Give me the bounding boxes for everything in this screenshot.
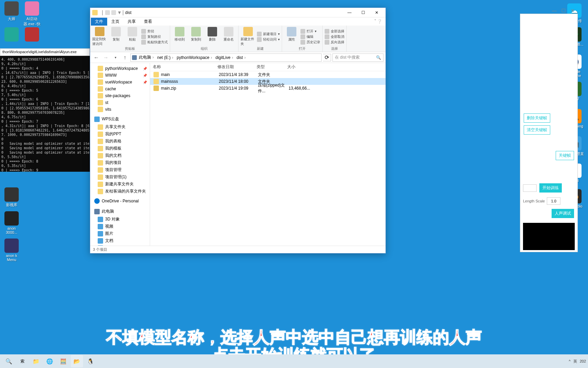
sidebar-item[interactable]: pythonWorkspace📌 bbox=[90, 65, 150, 72]
table-row[interactable]: main2023/11/4 18:39文件夹 bbox=[150, 71, 386, 78]
tab-share[interactable]: 共享 bbox=[124, 18, 140, 26]
sidebar-item[interactable]: 视频 bbox=[90, 223, 150, 230]
col-date[interactable]: 修改日期 bbox=[215, 64, 254, 70]
nav-tree[interactable]: pythonWorkspace📌WWW📌vueWorkspace📌cachesi… bbox=[90, 63, 150, 246]
col-size[interactable]: 大小 bbox=[284, 64, 312, 70]
taskbar[interactable]: 🔍 索 📁 🌐 🧮 📂 🐧 ^ 英 202 bbox=[0, 354, 588, 368]
desktop-icon[interactable]: anon k Menu bbox=[1, 239, 22, 262]
taskbar-app[interactable]: 🧮 bbox=[57, 355, 69, 367]
invert-button[interactable]: 反向选择 bbox=[325, 40, 344, 45]
ribbon-collapse-icon[interactable]: ˇ ❔ bbox=[372, 19, 385, 24]
length-scale-input[interactable] bbox=[547, 197, 560, 205]
edit-button[interactable]: 编辑 bbox=[300, 34, 320, 40]
search-input[interactable]: 在 dist 中搜索🔍 bbox=[332, 53, 383, 62]
pin-quickaccess-button[interactable]: 固定到快速访问 bbox=[92, 27, 107, 46]
status-bar: 3 个项目 bbox=[90, 246, 386, 253]
tab-home[interactable]: 主页 bbox=[107, 18, 124, 26]
sidebar-item[interactable]: 项目管理 bbox=[90, 166, 150, 173]
maximize-button[interactable]: ☐ bbox=[356, 8, 370, 17]
sidebar-item[interactable]: 我的表格 bbox=[90, 138, 150, 145]
taskbar-app[interactable]: 📁 bbox=[30, 355, 42, 367]
col-name[interactable]: 名称 bbox=[150, 64, 215, 70]
file-explorer-window: | ▾ | dist — ☐ ✕ 文件 主页 共享 查看 ˇ ❔ 固定到快速访问… bbox=[90, 7, 386, 254]
tab-file[interactable]: 文件 bbox=[91, 18, 107, 26]
sidebar-item[interactable]: 我的PPT bbox=[90, 131, 150, 138]
taskbar-app[interactable]: 🐧 bbox=[84, 355, 97, 367]
qat-icon[interactable] bbox=[105, 10, 110, 15]
desktop-icon[interactable] bbox=[1, 27, 22, 42]
sidebar-item[interactable]: 图片 bbox=[90, 230, 150, 237]
sidebar-section-pc[interactable]: 此电脑 bbox=[90, 207, 150, 216]
keyframe-button[interactable]: 关键帧 bbox=[556, 151, 574, 160]
taskbar-app[interactable]: 📂 bbox=[71, 355, 83, 367]
copypath-button[interactable]: 复制路径 bbox=[141, 34, 168, 40]
sidebar-section-onedrive[interactable]: OneDrive - Personal bbox=[90, 197, 150, 205]
start-train-button[interactable]: 开始训练 bbox=[539, 183, 562, 193]
forward-button[interactable]: → bbox=[102, 53, 110, 62]
tray-icon[interactable]: ^ bbox=[569, 359, 570, 363]
clear-keyframe-button[interactable]: 清空关键帧 bbox=[524, 125, 550, 135]
group-label: 打开 bbox=[284, 46, 320, 51]
delete-keyframe-button[interactable]: 删除关键帧 bbox=[524, 113, 550, 123]
sidebar-item[interactable]: 我的模板 bbox=[90, 145, 150, 152]
sidebar-section-wps[interactable]: WPS云盘 bbox=[90, 115, 150, 123]
back-button[interactable]: ← bbox=[92, 53, 100, 62]
voice-test-button[interactable]: 人声调试 bbox=[552, 209, 574, 218]
search-text[interactable]: 索 bbox=[16, 355, 29, 367]
pasteshortcut-button[interactable]: 粘贴快捷方式 bbox=[141, 40, 168, 45]
clock[interactable]: 202 bbox=[580, 359, 586, 363]
paste-button[interactable]: 粘贴 bbox=[125, 27, 140, 46]
sidebar-item[interactable]: vueWorkspace📌 bbox=[90, 79, 150, 86]
sidebar-item[interactable]: st bbox=[90, 99, 150, 106]
sidebar-item[interactable]: 友枯客涵的共享文件夹 bbox=[90, 188, 150, 195]
delete-button[interactable]: 删除 bbox=[205, 27, 220, 46]
sidebar-item[interactable]: vits bbox=[90, 106, 150, 113]
sidebar-item[interactable]: cache bbox=[90, 86, 150, 92]
desktop-icon[interactable]: 大师 bbox=[1, 1, 22, 21]
param-input[interactable] bbox=[523, 184, 537, 192]
start-button[interactable]: 🔍 bbox=[3, 355, 15, 367]
copyto-button[interactable]: 复制到 bbox=[189, 27, 203, 46]
sidebar-item[interactable]: WWW📌 bbox=[90, 72, 150, 79]
table-row[interactable]: main.zip2023/11/4 19:09压缩(zipped)文件...13… bbox=[150, 85, 386, 92]
selectall-button[interactable]: 全部选择 bbox=[325, 29, 344, 34]
rename-button[interactable]: 重命名 bbox=[221, 27, 236, 46]
desktop-icon[interactable]: 影视库 bbox=[1, 187, 22, 208]
sidebar-item[interactable]: 3D 对象 bbox=[90, 216, 150, 223]
breadcrumb[interactable]: 此电脑 net (E:) pythonWorkspace digitLive d… bbox=[130, 53, 322, 62]
sidebar-item[interactable]: 项目管理(1) bbox=[90, 173, 150, 181]
taskbar-app[interactable]: 🌐 bbox=[44, 355, 56, 367]
col-type[interactable]: 类型 bbox=[254, 64, 284, 70]
desktop-icon[interactable]: anon 3000... bbox=[1, 211, 22, 234]
desktop-icon[interactable] bbox=[22, 27, 42, 42]
selectnone-button[interactable]: 全部取消 bbox=[325, 34, 344, 40]
sidebar-item[interactable]: 我的文档 bbox=[90, 152, 150, 159]
moveto-button[interactable]: 移动到 bbox=[172, 27, 187, 46]
copy-button[interactable]: 复制 bbox=[109, 27, 124, 46]
sidebar-item[interactable]: 文档 bbox=[90, 237, 150, 244]
sidebar-item[interactable]: 新建共享文件夹 bbox=[90, 181, 150, 188]
console-output: 4. 400, 0.00029988751406191406] 9, 4.20s… bbox=[0, 56, 90, 172]
newfolder-button[interactable]: 新建文件夹 bbox=[241, 27, 256, 46]
maximize-icon[interactable]: ☐ bbox=[561, 8, 566, 13]
minimize-icon[interactable]: — bbox=[552, 8, 557, 13]
tab-view[interactable]: 查看 bbox=[140, 18, 156, 26]
up-button[interactable]: ↑ bbox=[121, 53, 129, 62]
console-title: thonWorkspace\digitLive\dist\main\Alyun.… bbox=[0, 48, 90, 56]
refresh-button[interactable]: ⟳ bbox=[323, 54, 331, 61]
open-button[interactable]: 打开 ▾ bbox=[300, 29, 320, 34]
history-button[interactable]: 历史记录 bbox=[300, 40, 320, 45]
sidebar-item[interactable]: 共享文件夹 bbox=[90, 123, 150, 131]
sidebar-item[interactable]: 我的项目 bbox=[90, 159, 150, 166]
newitem-button[interactable]: 新建项目 ▾ bbox=[257, 31, 280, 37]
cut-button[interactable]: 剪切 bbox=[141, 29, 168, 34]
ime-indicator[interactable]: 英 bbox=[573, 359, 577, 364]
easyaccess-button[interactable]: 轻松访问 ▾ bbox=[257, 37, 280, 42]
close-button[interactable]: ✕ bbox=[370, 8, 383, 17]
qat-icon[interactable] bbox=[111, 10, 116, 15]
sidebar-item[interactable]: site-packages bbox=[90, 92, 150, 99]
recent-button[interactable]: ▾ bbox=[111, 53, 119, 62]
properties-button[interactable]: 属性 bbox=[284, 27, 299, 46]
close-icon[interactable]: ✕ bbox=[571, 8, 575, 13]
minimize-button[interactable]: — bbox=[343, 8, 356, 17]
